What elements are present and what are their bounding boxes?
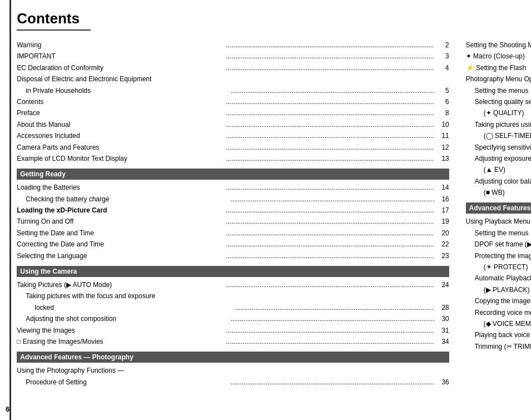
toc-entry-playing-back: Playing back voice memo 59 <box>466 329 531 340</box>
toc-entry-protect: (☀ PROTECT) 54 <box>466 261 531 273</box>
toc-entry-correct-date: Correcting the Date and Time 22 <box>17 239 449 250</box>
toc-entry-taking-pictures: Taking Pictures (▶ AUTO Mode) 24 <box>17 279 449 290</box>
toc-entry-auto-playback-label: Automatic Playback <box>466 273 531 284</box>
toc-entry-important: IMPORTANT 3 <box>17 51 449 62</box>
toc-entry-ev: (▲ EV) 49 <box>466 164 531 175</box>
section-header-using-camera: Using the Camera <box>17 266 449 277</box>
page-title: Contents <box>17 10 91 31</box>
toc-entry-trimming: Trimming (✂ TRIMMING) 61 <box>466 341 531 352</box>
content-area: Contents Warning 2 IMPORTANT 3 EC Declar… <box>9 0 531 420</box>
toc-entry-lcd: Example of LCD Monitor Text Display 13 <box>17 153 449 164</box>
toc-entry-photo-menu: Photography Menu Operation 43 <box>466 73 531 85</box>
toc-entry-about: About this Manual 10 <box>17 119 449 130</box>
toc-entry-locked: locked 28 <box>17 302 449 313</box>
toc-entry-copying: Copying the images (▣ COPY) 56 <box>466 295 531 307</box>
toc-entry-self-timer-label: Taking pictures using self-timer <box>466 119 531 130</box>
toc-entry-contents: Contents 6 <box>17 96 449 107</box>
toc-entry-camera-parts: Camera Parts and Features 12 <box>17 142 449 153</box>
toc-entry-batteries: Loading the Batteries 14 <box>17 182 449 193</box>
toc-entry-shot-composition: Adjusting the shot composition 30 <box>17 313 449 324</box>
toc-entry-procedure: Procedure of Setting 36 <box>17 377 449 388</box>
toc-entry-flash: ⚡ Setting the Flash 41 <box>466 62 531 73</box>
toc-entry-disposal: Disposal of Electric and Electronic Equi… <box>17 73 449 85</box>
toc-entry-focus-exposure: Taking pictures with the focus and expos… <box>17 290 449 302</box>
toc-entry-sensitivity: Specifying sensitivity setting (■ ISO) 4… <box>466 142 531 153</box>
toc-entry-protecting-label: Protecting the images <box>466 250 531 261</box>
right-column: Setting the Shooting Mode 38 ✦ Macro (Cl… <box>466 39 531 388</box>
two-column-layout: Warning 2 IMPORTANT 3 EC Declaration of … <box>17 39 531 388</box>
toc-entry-macro: ✦ Macro (Close-up) 40 <box>466 51 531 62</box>
toc-entry-exposure-label: Adjusting exposure compensation <box>466 153 531 164</box>
toc-entry-setting-menus: Setting the menus 43 <box>466 85 531 96</box>
toc-entry-self-timer-value: (◯ SELF-TIMER) 46 <box>466 130 531 141</box>
toc-entry-accessories: Accessories Included 11 <box>17 130 449 141</box>
left-column: Warning 2 IMPORTANT 3 EC Declaration of … <box>17 39 449 388</box>
toc-entry-photography-functions: Using the Photography Functions — <box>17 365 449 376</box>
toc-entry-shooting-mode: Setting the Shooting Mode 38 <box>466 39 531 51</box>
toc-entry-warning: Warning 2 <box>17 39 449 51</box>
toc-entry-ec: EC Declaration of Conformity 4 <box>17 62 449 73</box>
toc-entry-playback-menu: Using Playback Menu 51 <box>466 216 531 227</box>
section-header-getting-ready: Getting Ready <box>17 169 449 180</box>
toc-entry-date-time: Setting the Date and Time 20 <box>17 228 449 239</box>
toc-entry-playback-value: (▶ PLAYBACK) 55 <box>466 284 531 295</box>
toc-entry-quality-label: Selecting quality setting <box>466 96 531 107</box>
toc-entry-language: Selecting the Language 23 <box>17 250 449 261</box>
section-header-adv-photography: Advanced Features — Photography <box>17 352 449 363</box>
toc-entry-wb: (■ WB) 50 <box>466 187 531 198</box>
toc-entry-erasing: □ Erasing the Images/Movies 34 <box>17 336 449 347</box>
page: 6 Contents Warning 2 IMPORTANT 3 <box>0 0 531 420</box>
toc-entry-voice-memo-value: (◆ VOICE MEMO) 57 <box>466 318 531 329</box>
toc-entry-viewing-images: Viewing the Images 31 <box>17 325 449 336</box>
title-bar: Contents <box>17 10 531 31</box>
toc-entry-battery-check: Checking the battery charge 16 <box>17 194 449 205</box>
left-margin: 6 <box>0 0 9 420</box>
section-header-adv-playback: Advanced Features — Playback <box>466 202 531 214</box>
toc-entry-turning-on-off: Turning On and Off 19 <box>17 216 449 227</box>
toc-entry-private: in Private Households 5 <box>17 85 449 96</box>
toc-entry-quality-value: (✦ QUALITY) 45 <box>466 107 531 118</box>
toc-entry-voice-memo-label: Recording voice memos <box>466 307 531 318</box>
toc-entry-preface: Preface 8 <box>17 107 449 118</box>
toc-entry-playback-menus: Setting the menus 51 <box>466 228 531 239</box>
toc-entry-color-balance-label: Adjusting color balance <box>466 176 531 187</box>
toc-entry-xd-card: Loading the xD-Picture Card 17 <box>17 205 449 216</box>
page-number: 6 <box>6 405 9 413</box>
toc-entry-dpof: DPOF set frame (▶ DPOF) 51 <box>466 239 531 250</box>
